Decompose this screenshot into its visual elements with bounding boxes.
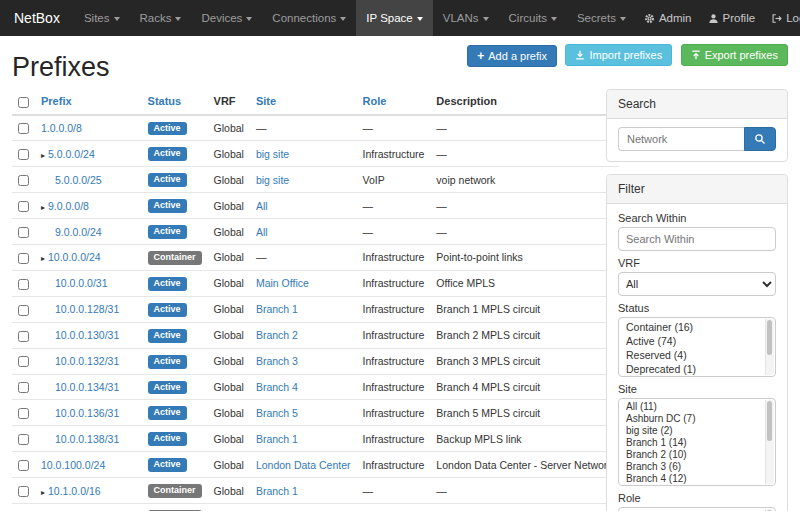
filter-option[interactable]: Branch 4 (12) [619, 473, 775, 485]
scrollbar-thumb[interactable] [767, 320, 772, 355]
status-filter-listbox[interactable]: Container (16)Active (74)Reserved (4)Dep… [618, 317, 776, 377]
nav-admin-link[interactable]: Admin [636, 0, 700, 36]
prefix-link[interactable]: 9.0.0.0/24 [55, 226, 102, 238]
site-link[interactable]: big site [256, 148, 289, 160]
prefix-link[interactable]: 10.0.0.0/31 [55, 277, 108, 289]
row-checkbox[interactable] [18, 486, 29, 497]
prefix-link[interactable]: 5.0.0.0/24 [48, 148, 95, 160]
prefix-link[interactable]: 10.0.100.0/24 [41, 459, 105, 471]
row-checkbox[interactable] [18, 175, 29, 186]
nav-item-connections[interactable]: Connections [262, 0, 356, 36]
nav-item-secrets[interactable]: Secrets [567, 0, 636, 36]
filter-option[interactable]: Branch 5 (7) [619, 485, 775, 486]
filter-option[interactable]: Ashburn DC (7) [619, 413, 775, 425]
nav-item-ip-space[interactable]: IP Space [356, 0, 432, 36]
search-within-input[interactable] [618, 227, 776, 251]
nav-item-sites[interactable]: Sites [74, 0, 130, 36]
row-checkbox[interactable] [18, 331, 29, 342]
table-row: ▸10.1.0.0/16ContainerGlobalBranch 1—— [12, 478, 619, 504]
site-link[interactable]: Branch 1 [256, 303, 298, 315]
row-checkbox[interactable] [18, 434, 29, 445]
prefix-link[interactable]: 5.0.0.0/25 [55, 174, 102, 186]
search-button[interactable] [744, 127, 776, 151]
prefix-link[interactable]: 10.1.0.0/16 [48, 485, 101, 497]
column-header-role[interactable]: Role [357, 89, 431, 115]
prefix-link[interactable]: 10.0.0.138/31 [55, 433, 119, 445]
nav-logout-link[interactable]: Log out [763, 0, 800, 36]
site-filter-listbox[interactable]: All (11)Ashburn DC (7)big site (2)Branch… [618, 398, 776, 486]
search-input[interactable] [618, 127, 744, 151]
site-link[interactable]: Branch 2 [256, 329, 298, 341]
site-link[interactable]: Branch 1 [256, 433, 298, 445]
row-checkbox[interactable] [18, 408, 29, 419]
import-prefixes-button[interactable]: Import prefixes [565, 44, 672, 66]
row-checkbox[interactable] [18, 123, 29, 134]
select-all-checkbox[interactable] [18, 97, 29, 108]
vrf-select[interactable]: All [618, 272, 776, 296]
prefix-link[interactable]: 10.0.0.128/31 [55, 303, 119, 315]
expand-caret-icon[interactable]: ▸ [41, 203, 45, 212]
site-link[interactable]: All [256, 200, 268, 212]
row-checkbox[interactable] [18, 201, 29, 212]
prefix-link[interactable]: 9.0.0.0/8 [48, 200, 89, 212]
site-link[interactable]: Branch 4 [256, 381, 298, 393]
table-row: 9.0.0.0/24ActiveGlobalAll—— [12, 219, 619, 245]
row-checkbox[interactable] [18, 279, 29, 290]
app-brand[interactable]: NetBox [0, 0, 74, 36]
row-checkbox[interactable] [18, 227, 29, 238]
expand-caret-icon[interactable]: ▸ [41, 488, 45, 497]
filter-option[interactable]: Branch 1 (14) [619, 437, 775, 449]
prefix-link[interactable]: 10.0.0.136/31 [55, 407, 119, 419]
filter-option[interactable]: All (11) [619, 401, 775, 413]
nav-profile-link[interactable]: Profile [700, 0, 764, 36]
filter-option[interactable]: Branch 3 (6) [619, 461, 775, 473]
nav-item-vlans[interactable]: VLANs [433, 0, 499, 36]
add-prefix-button[interactable]: +Add a prefix [467, 45, 557, 67]
row-checkbox[interactable] [18, 305, 29, 316]
filter-option[interactable]: big site (2) [619, 425, 775, 437]
site-link[interactable]: Main Office [256, 277, 309, 289]
nav-item-label: IP Space [366, 12, 412, 24]
site-link[interactable]: London Data Center [256, 459, 351, 471]
site-link[interactable]: All [256, 226, 268, 238]
prefix-link[interactable]: 1.0.0.0/8 [41, 122, 82, 134]
site-link[interactable]: big site [256, 174, 289, 186]
expand-caret-icon[interactable]: ▸ [41, 151, 45, 160]
filter-option[interactable]: Active (74) [619, 334, 775, 348]
nav-item-devices[interactable]: Devices [191, 0, 262, 36]
export-prefixes-button[interactable]: Export prefixes [681, 44, 788, 66]
filter-option[interactable]: Container (16) [619, 320, 775, 334]
scrollbar-track[interactable] [765, 319, 774, 375]
role-cell: Infrastructure [357, 296, 431, 322]
scrollbar-thumb[interactable] [767, 401, 772, 441]
filter-option[interactable]: Reserved (4) [619, 348, 775, 362]
filter-option[interactable]: Deprecated (1) [619, 362, 775, 376]
role-cell: Infrastructure [357, 426, 431, 452]
table-row: ▸10.1.0.0/24ContainerGlobalBranch 1Infra… [12, 503, 619, 511]
nav-item-racks[interactable]: Racks [130, 0, 192, 36]
prefix-link[interactable]: 10.0.0.134/31 [55, 381, 119, 393]
role-filter-listbox[interactable]: Infrastructure (25)Management (8)Private… [618, 507, 776, 511]
column-header-site[interactable]: Site [250, 89, 357, 115]
row-checkbox[interactable] [18, 460, 29, 471]
table-row: ▸10.0.0.0/24ContainerGlobal—Infrastructu… [12, 245, 619, 271]
site-link[interactable]: Branch 3 [256, 355, 298, 367]
expand-caret-icon[interactable]: ▸ [41, 254, 45, 263]
filter-panel-title: Filter [607, 175, 787, 204]
vrf-cell: Global [208, 270, 250, 296]
chevron-down-icon [551, 17, 557, 21]
scrollbar-track[interactable] [765, 400, 774, 484]
column-header-status[interactable]: Status [142, 89, 208, 115]
filter-option[interactable]: Branch 2 (10) [619, 449, 775, 461]
column-header-prefix[interactable]: Prefix [35, 89, 142, 115]
row-checkbox[interactable] [18, 356, 29, 367]
site-link[interactable]: Branch 1 [256, 485, 298, 497]
row-checkbox[interactable] [18, 149, 29, 160]
site-link[interactable]: Branch 5 [256, 407, 298, 419]
prefix-link[interactable]: 10.0.0.132/31 [55, 355, 119, 367]
nav-item-circuits[interactable]: Circuits [499, 0, 567, 36]
prefix-link[interactable]: 10.0.0.130/31 [55, 329, 119, 341]
row-checkbox[interactable] [18, 382, 29, 393]
prefix-link[interactable]: 10.0.0.0/24 [48, 251, 101, 263]
row-checkbox[interactable] [18, 253, 29, 264]
